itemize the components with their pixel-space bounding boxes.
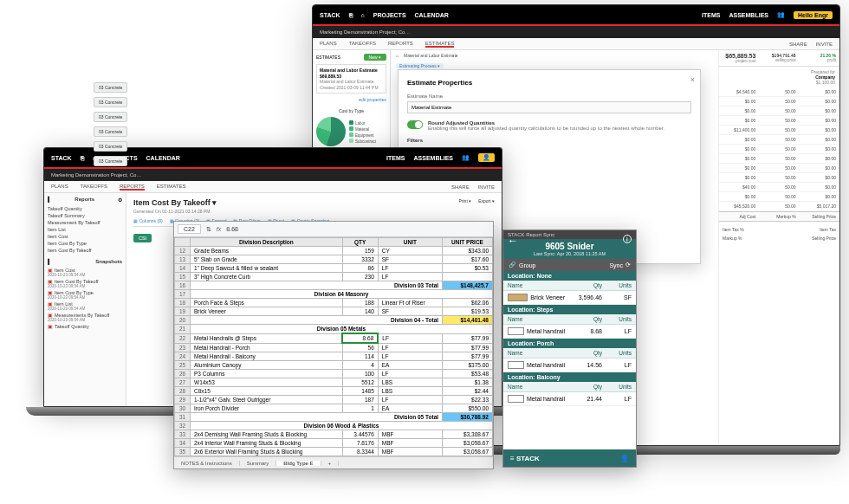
invite-button[interactable]: INVITE bbox=[816, 42, 833, 47]
legend-item: Equipment bbox=[349, 132, 376, 138]
nav-calendar[interactable]: CALENDAR bbox=[415, 12, 449, 18]
summary-column: $65,889.53project cost$194,791.48selling… bbox=[718, 50, 839, 445]
reports-sidebar: ▌Reports⚙ Takeoff QuantityTakeoff Summar… bbox=[44, 193, 126, 406]
item-row[interactable]: Brick Veneer3,596.46SF bbox=[503, 291, 636, 305]
back-icon[interactable]: ← bbox=[508, 235, 518, 247]
home-icon[interactable]: ⌂ bbox=[396, 53, 399, 58]
report-title[interactable]: Item Cost By Takeoff ▾ bbox=[133, 198, 495, 207]
fx-label: fx bbox=[217, 226, 221, 232]
group-pill[interactable]: 03 Concrete bbox=[94, 126, 127, 137]
legend-item: Material bbox=[349, 126, 376, 132]
nav-projects[interactable]: PROJECTS bbox=[373, 12, 406, 18]
spreadsheet: C22 ⇅ fx 8.68 Division DescriptionQTYUNI… bbox=[173, 221, 494, 469]
snapshot-item[interactable]: ▣Item Cost2020-10-23 09:54 AM bbox=[48, 267, 122, 278]
generated-timestamp: Generated On 02-11-2021 03:14:28 PM bbox=[133, 209, 495, 214]
snapshot-item[interactable]: ▣Item Cost By Type2020-10-23 09:54 AM bbox=[48, 289, 122, 300]
cell-reference[interactable]: C22 bbox=[178, 224, 201, 234]
avatar-icon[interactable]: 👥 bbox=[777, 11, 785, 18]
item-row[interactable]: Metal handrail8.68LF bbox=[503, 325, 636, 339]
app-title-bar: STACK Report Sync bbox=[503, 230, 636, 239]
nav-items[interactable]: ITEMS bbox=[702, 12, 720, 18]
group-pill[interactable]: 03 Concrete bbox=[94, 141, 127, 152]
tab-estimates[interactable]: ESTIMATES bbox=[425, 41, 455, 48]
toolbar-item[interactable]: ▦ Columns (9) bbox=[133, 218, 163, 223]
chart-title: Cost by Type bbox=[316, 108, 386, 113]
group-pill[interactable]: 03 Concrete bbox=[94, 156, 127, 166]
report-item[interactable]: Takeoff Summary bbox=[48, 212, 122, 219]
sheet-tab[interactable]: NOTES & Instructions bbox=[174, 461, 240, 466]
nav-assemblies[interactable]: ASSEMBLIES bbox=[729, 12, 768, 18]
sync-button[interactable]: Sync ⟳ bbox=[609, 262, 631, 268]
mobile-app: STACK Report Sync ← i 9605 Snider Last S… bbox=[502, 229, 637, 468]
legend-item: Labor bbox=[349, 120, 376, 126]
sheet-tab[interactable]: Summary bbox=[240, 461, 277, 466]
report-item[interactable]: Item Cost bbox=[48, 233, 122, 240]
modal-title: Estimate Properties bbox=[407, 79, 691, 87]
formula-value[interactable]: 8.68 bbox=[226, 226, 238, 232]
brand-logo: STACK bbox=[320, 12, 340, 18]
report-item[interactable]: Takeoff Quantity bbox=[48, 205, 122, 212]
job-address: 9605 Snider bbox=[503, 242, 636, 251]
sort-icon[interactable]: ⇅ bbox=[206, 226, 211, 233]
user-menu[interactable]: Hello Engr bbox=[794, 11, 833, 19]
item-row[interactable]: Metal handrail21.44LF bbox=[503, 392, 636, 406]
csi-pill[interactable]: CSI bbox=[133, 234, 152, 242]
menu-icon[interactable]: ≡ STACK bbox=[510, 455, 540, 462]
new-estimate-button[interactable]: New ▾ bbox=[364, 54, 386, 61]
tab-reports[interactable]: REPORTS bbox=[388, 41, 413, 48]
reports-header: ▌Reports⚙ bbox=[48, 197, 122, 203]
report-item[interactable]: Item List bbox=[48, 226, 122, 233]
snapshot-item[interactable]: ▣Measurements By Takeoff2020-10-23 09:54… bbox=[48, 312, 122, 323]
report-item[interactable]: Item Cost By Takeoff bbox=[48, 247, 122, 254]
group-pill[interactable]: 03 Concrete bbox=[94, 112, 127, 122]
location-header: Location: Balcony bbox=[503, 372, 636, 382]
export-button[interactable]: Export ▾ bbox=[478, 198, 495, 204]
snapshot-item[interactable]: ▣Item Cost By Takeoff2020-10-23 09:54 AM bbox=[48, 278, 122, 289]
location-header: Location: Porch bbox=[503, 339, 636, 348]
group-pill[interactable]: 03 Concrete bbox=[94, 82, 127, 93]
location-header: Location: Steps bbox=[503, 305, 636, 314]
location-header: Location: None bbox=[503, 271, 636, 281]
report-item[interactable]: Item Cost By Type bbox=[48, 240, 122, 247]
tab-bar: PLANS TAKEOFFS REPORTS ESTIMATES SHARE I… bbox=[313, 38, 839, 50]
snapshot-item[interactable]: ▣Takeoff Quantity bbox=[48, 323, 122, 330]
estimate-title: Material and Labor Estimate bbox=[404, 53, 458, 58]
report-item[interactable]: Measurement By Takeoff bbox=[48, 219, 122, 226]
tab-plans[interactable]: PLANS bbox=[320, 41, 337, 48]
info-icon[interactable]: i bbox=[623, 235, 632, 243]
group-pill[interactable]: 03 Concrete bbox=[94, 97, 127, 107]
sheet-tab[interactable]: + bbox=[321, 461, 340, 466]
group-button[interactable]: 🔗 Group bbox=[509, 262, 535, 268]
tab-takeoffs[interactable]: TAKEOFFS bbox=[349, 41, 376, 48]
snapshot-item[interactable]: ▣Item List2020-10-23 09:54 AM bbox=[48, 300, 122, 312]
legend-item: Subcontract bbox=[349, 139, 376, 144]
pie-chart bbox=[316, 117, 346, 146]
sheet-tab[interactable]: Bldg Type E bbox=[276, 461, 321, 466]
edit-properties-link[interactable]: edit properties bbox=[316, 97, 386, 102]
share-button[interactable]: SHARE bbox=[789, 42, 807, 47]
user-icon[interactable]: 👤 bbox=[620, 455, 629, 462]
app-bar: STACK ⎘⌂ PROJECTS CALENDAR ITEMS ASSEMBL… bbox=[313, 5, 839, 24]
estimate-card[interactable]: Material and Labor Estimate $69,889.53 M… bbox=[316, 64, 386, 94]
estimate-name-input[interactable] bbox=[407, 101, 691, 113]
process-dropdown[interactable]: Estimating Process ▾ bbox=[396, 63, 444, 68]
sync-timestamp: Last Sync: Apr 20, 2018 11:25 AM bbox=[503, 251, 636, 256]
round-toggle[interactable] bbox=[407, 120, 423, 129]
filters-header: Filters bbox=[407, 138, 691, 143]
close-icon[interactable]: × bbox=[690, 75, 695, 84]
project-bar: Marketing Demonstration Project; Co… bbox=[313, 26, 839, 38]
item-row[interactable]: Metal handrail14.56LF bbox=[503, 359, 636, 372]
estimate-name-label: Estimate Name bbox=[407, 94, 691, 99]
estimates-header: ESTIMATES bbox=[316, 55, 340, 60]
snapshots-header: ▌Snapshots bbox=[48, 259, 122, 264]
print-button[interactable]: Print ▾ bbox=[458, 198, 471, 204]
